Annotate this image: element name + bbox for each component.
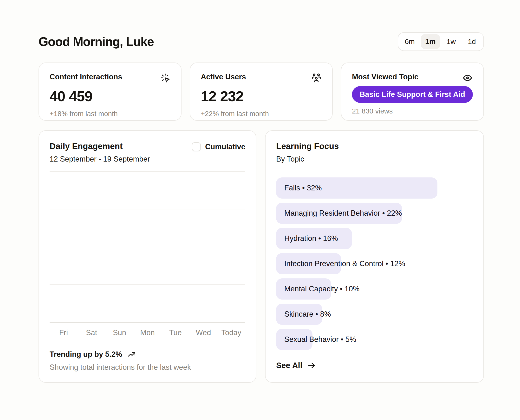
topic-label: Managing Resident Behavior • 22%: [284, 203, 402, 224]
see-all-link[interactable]: See All: [276, 361, 473, 370]
topic-label: Sexual Behavior • 5%: [284, 329, 356, 350]
topic-row[interactable]: Skincare • 8%: [276, 304, 473, 325]
stat-value: 40 459: [50, 88, 171, 105]
stat-note: +18% from last month: [50, 110, 171, 118]
users-icon: [311, 73, 322, 83]
bar-chart-bars: [50, 171, 245, 322]
stat-value: 12 232: [201, 88, 322, 105]
topic-label: Skincare • 8%: [284, 304, 331, 325]
time-range-option-1m[interactable]: 1m: [421, 34, 440, 49]
topic-row[interactable]: Sexual Behavior • 5%: [276, 329, 473, 350]
topic-label: Falls • 32%: [284, 177, 322, 199]
bar-chart-xlabels: FriSatSunMonTueWedToday: [50, 328, 245, 337]
trend-text: Trending up by 5.2%: [50, 350, 122, 359]
stat-card-active-users: Active Users 12 232 +22% from last month: [190, 62, 333, 121]
stat-title: Content Interactions: [50, 73, 122, 81]
daily-engagement-card: Daily Engagement 12 September - 19 Septe…: [39, 130, 256, 383]
eye-icon: [462, 73, 473, 83]
see-all-label: See All: [276, 361, 302, 370]
most-viewed-topic-badge[interactable]: Basic Life Support & First Aid: [352, 86, 473, 103]
learning-focus-card: Learning Focus By Topic Falls • 32%Manag…: [265, 130, 484, 383]
topic-label: Hydration • 16%: [284, 228, 338, 249]
topic-label: Infection Prevention & Control • 12%: [284, 253, 405, 274]
topic-row[interactable]: Hydration • 16%: [276, 228, 473, 249]
bar-chart: [50, 171, 245, 322]
xlabel-mon: Mon: [133, 328, 161, 337]
chart-title: Daily Engagement: [50, 141, 150, 151]
stat-note: +22% from last month: [201, 110, 322, 118]
xlabel-sat: Sat: [78, 328, 105, 337]
time-range-option-6m[interactable]: 6m: [400, 34, 419, 49]
xlabel-today: Today: [217, 328, 245, 337]
cursor-click-icon: [160, 73, 171, 83]
page-title: Good Morning, Luke: [39, 34, 154, 49]
stat-title: Most Viewed Topic: [352, 73, 419, 81]
time-range-option-1w[interactable]: 1w: [442, 34, 461, 49]
main-row: Daily Engagement 12 September - 19 Septe…: [39, 130, 484, 383]
stat-card-content-interactions: Content Interactions 40 459 +18% from la…: [39, 62, 181, 121]
xlabel-fri: Fri: [50, 328, 78, 337]
stat-note: 21 830 views: [352, 107, 473, 115]
time-range-selector: 6m1m1w1d: [398, 32, 484, 51]
arrow-right-icon: [307, 361, 316, 370]
header: Good Morning, Luke 6m1m1w1d: [39, 32, 484, 51]
trending-up-icon: [127, 350, 136, 359]
focus-subtitle: By Topic: [276, 155, 473, 164]
focus-title: Learning Focus: [276, 141, 473, 151]
chart-date-range: 12 September - 19 September: [50, 155, 150, 164]
stats-row: Content Interactions 40 459 +18% from la…: [39, 62, 484, 121]
time-range-option-1d[interactable]: 1d: [462, 34, 481, 49]
xlabel-wed: Wed: [189, 328, 217, 337]
xlabel-tue: Tue: [162, 328, 189, 337]
cumulative-label: Cumulative: [205, 142, 245, 151]
topic-row[interactable]: Falls • 32%: [276, 177, 473, 199]
chart-footer: Trending up by 5.2% Showing total intera…: [50, 350, 245, 372]
chart-footer-sub: Showing total interactions for the last …: [50, 363, 245, 372]
cumulative-checkbox[interactable]: [192, 142, 201, 151]
stat-card-most-viewed-topic: Most Viewed Topic Basic Life Support & F…: [341, 62, 484, 121]
dashboard-page: Good Morning, Luke 6m1m1w1d Content Inte…: [0, 0, 520, 383]
stat-title: Active Users: [201, 73, 246, 81]
topic-row[interactable]: Mental Capacity • 10%: [276, 278, 473, 300]
topic-label: Mental Capacity • 10%: [284, 278, 359, 300]
cumulative-toggle: Cumulative: [192, 142, 245, 151]
topic-row[interactable]: Managing Resident Behavior • 22%: [276, 203, 473, 224]
topic-row[interactable]: Infection Prevention & Control • 12%: [276, 253, 473, 274]
gridline-baseline: [50, 322, 245, 323]
xlabel-sun: Sun: [105, 328, 133, 337]
topic-list: Falls • 32%Managing Resident Behavior • …: [276, 177, 473, 354]
